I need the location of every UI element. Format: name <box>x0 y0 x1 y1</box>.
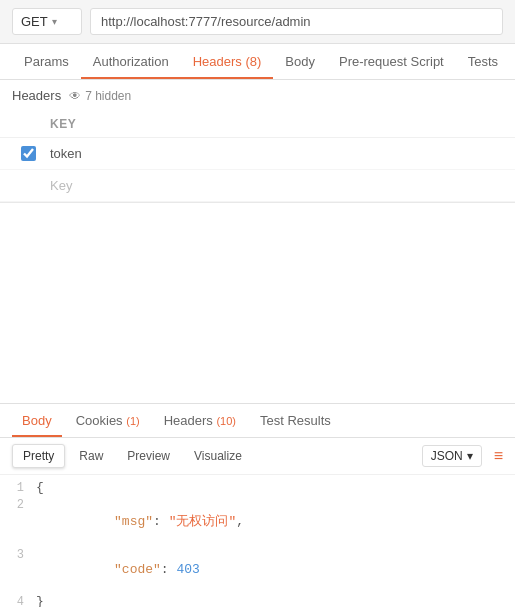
json-line-1: 1 { <box>0 479 515 496</box>
cookies-badge: (1) <box>126 415 139 427</box>
response-tab-test-results[interactable]: Test Results <box>250 404 341 437</box>
table-row: token <box>0 138 515 170</box>
response-tab-cookies[interactable]: Cookies (1) <box>66 404 150 437</box>
token-checkbox[interactable] <box>21 146 36 161</box>
method-label: GET <box>21 14 48 29</box>
table-row-placeholder: Key <box>0 170 515 202</box>
method-select[interactable]: GET ▾ <box>12 8 82 35</box>
tab-pre-request[interactable]: Pre-request Script <box>327 44 456 79</box>
format-btn-preview[interactable]: Preview <box>117 445 180 467</box>
tab-headers[interactable]: Headers (8) <box>181 44 274 79</box>
eye-icon: 👁 <box>69 89 81 103</box>
response-tab-body[interactable]: Body <box>12 404 62 437</box>
tab-body[interactable]: Body <box>273 44 327 79</box>
json-chevron: ▾ <box>467 449 473 463</box>
json-output: 1 { 2 "msg": "无权访问", 3 "code": 403 4 } <box>0 475 515 607</box>
hidden-badge: 👁 7 hidden <box>69 89 131 103</box>
format-btn-visualize[interactable]: Visualize <box>184 445 252 467</box>
format-bar: Pretty Raw Preview Visualize JSON ▾ ≡ <box>0 438 515 475</box>
format-btn-raw[interactable]: Raw <box>69 445 113 467</box>
hidden-count: 7 hidden <box>85 89 131 103</box>
url-input[interactable] <box>90 8 503 35</box>
json-format-label: JSON <box>431 449 463 463</box>
line-num-1: 1 <box>0 480 36 495</box>
tab-params[interactable]: Params <box>12 44 81 79</box>
response-tab-bar: Body Cookies (1) Headers (10) Test Resul… <box>0 403 515 438</box>
tab-authorization[interactable]: Authorization <box>81 44 181 79</box>
json-line-3: 3 "code": 403 <box>0 546 515 593</box>
headers-title-row: Headers 👁 7 hidden <box>0 80 515 111</box>
headers-badge: (10) <box>216 415 236 427</box>
col-key-header: KEY <box>0 111 515 138</box>
headers-section: Headers 👁 7 hidden KEY token Key <box>0 80 515 203</box>
json-format-select[interactable]: JSON ▾ <box>422 445 482 467</box>
format-btn-pretty[interactable]: Pretty <box>12 444 65 468</box>
line-content-3: "code": 403 <box>36 547 515 592</box>
url-bar: GET ▾ <box>0 0 515 44</box>
filter-icon[interactable]: ≡ <box>494 447 503 465</box>
empty-response-area <box>0 203 515 403</box>
line-content-2: "msg": "无权访问", <box>36 497 515 545</box>
line-content-1: { <box>36 480 515 495</box>
method-chevron: ▾ <box>52 16 57 27</box>
key-placeholder[interactable]: Key <box>50 178 501 193</box>
line-num-4: 4 <box>0 594 36 607</box>
json-line-4: 4 } <box>0 593 515 607</box>
line-num-3: 3 <box>0 547 36 562</box>
token-key: token <box>50 146 501 161</box>
request-tab-bar: Params Authorization Headers (8) Body Pr… <box>0 44 515 80</box>
line-num-2: 2 <box>0 497 36 512</box>
headers-label: Headers <box>12 88 61 103</box>
headers-table: KEY token Key <box>0 111 515 202</box>
line-content-4: } <box>36 594 515 607</box>
checkbox-wrap <box>14 146 42 161</box>
json-line-2: 2 "msg": "无权访问", <box>0 496 515 546</box>
response-tab-headers[interactable]: Headers (10) <box>154 404 246 437</box>
tab-tests[interactable]: Tests <box>456 44 510 79</box>
